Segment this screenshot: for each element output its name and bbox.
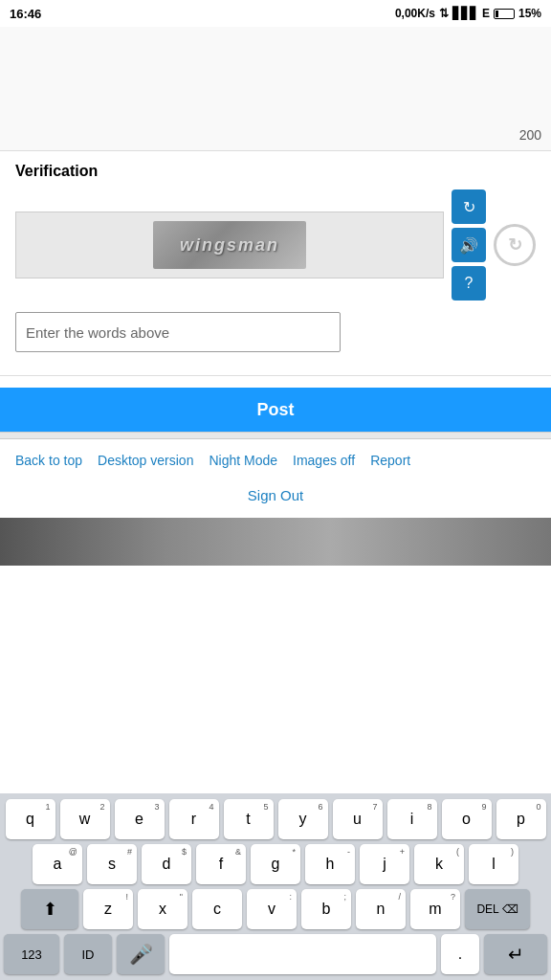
key-o[interactable]: 9o <box>442 799 492 839</box>
captcha-text: wingsman <box>180 235 279 256</box>
key-m[interactable]: ?m <box>410 889 460 929</box>
images-off-link[interactable]: Images off <box>293 453 355 468</box>
image-strip-content <box>0 518 551 566</box>
key-e[interactable]: 3e <box>115 799 165 839</box>
key-p[interactable]: 0p <box>496 799 546 839</box>
page-content-top: 200 <box>0 27 551 151</box>
key-r[interactable]: 4r <box>169 799 219 839</box>
key-g[interactable]: *g <box>251 844 300 884</box>
signal-arrows: ⇅ <box>439 7 449 20</box>
signal-bars: ▋▋▋ <box>452 7 478 20</box>
sign-out-area: Sign Out <box>0 481 551 518</box>
battery-icon <box>494 9 515 19</box>
key-a[interactable]: @a <box>33 844 82 884</box>
key-q[interactable]: 1q <box>6 799 55 839</box>
numbers-key[interactable]: 123 <box>4 934 59 974</box>
captcha-row: wingsman ↻ 🔊 ? ↻ <box>15 189 536 301</box>
back-to-top-link[interactable]: Back to top <box>15 453 82 468</box>
report-link[interactable]: Report <box>370 453 410 468</box>
keyboard: 1q 2w 3e 4r 5t 6y 7u 8i 9o 0p @a #s $d &… <box>0 793 551 980</box>
enter-key[interactable]: ↵ <box>484 934 547 974</box>
desktop-version-link[interactable]: Desktop version <box>98 453 193 468</box>
post-button[interactable]: Post <box>0 388 551 432</box>
network-type: E <box>482 7 490 20</box>
key-y[interactable]: 6y <box>278 799 328 839</box>
verification-title: Verification <box>15 163 536 180</box>
battery-percent: 15% <box>518 7 541 20</box>
status-bar: 16:46 0,00K/s ⇅ ▋▋▋ E 15% <box>0 0 551 27</box>
key-h[interactable]: -h <box>305 844 355 884</box>
key-f[interactable]: &f <box>196 844 246 884</box>
captcha-action-buttons: ↻ 🔊 ? <box>452 189 486 301</box>
key-z[interactable]: !z <box>83 889 133 929</box>
captcha-image-box: wingsman <box>15 212 444 278</box>
key-s[interactable]: #s <box>87 844 137 884</box>
footer-links: Back to top Desktop version Night Mode I… <box>0 439 551 481</box>
key-n[interactable]: /n <box>356 889 406 929</box>
keyboard-row-2: @a #s $d &f *g -h +j (k )l <box>4 844 547 884</box>
key-t[interactable]: 5t <box>224 799 274 839</box>
id-key[interactable]: ID <box>64 934 112 974</box>
keyboard-row-3: ⬆ !z "x c :v ;b /n ?m DEL ⌫ <box>4 889 547 929</box>
key-u[interactable]: 7u <box>333 799 383 839</box>
sign-out-link[interactable]: Sign Out <box>248 487 303 503</box>
key-i[interactable]: 8i <box>387 799 437 839</box>
key-x[interactable]: "x <box>138 889 187 929</box>
time: 16:46 <box>10 7 41 21</box>
key-w[interactable]: 2w <box>60 799 110 839</box>
key-l[interactable]: )l <box>469 844 518 884</box>
image-strip <box>0 518 551 566</box>
captcha-reload-circle[interactable]: ↻ <box>494 224 536 266</box>
captcha-help-button[interactable]: ? <box>452 266 486 301</box>
delete-key[interactable]: DEL ⌫ <box>465 889 530 929</box>
key-b[interactable]: ;b <box>301 889 351 929</box>
keyboard-row-4: 123 ID 🎤 . ↵ <box>4 934 547 974</box>
space-key[interactable] <box>169 934 436 974</box>
key-v[interactable]: :v <box>247 889 297 929</box>
keyboard-row-1: 1q 2w 3e 4r 5t 6y 7u 8i 9o 0p <box>4 799 547 839</box>
network-speed: 0,00K/s <box>395 7 435 20</box>
captcha-input[interactable] <box>15 312 341 352</box>
section-separator <box>0 432 551 439</box>
key-j[interactable]: +j <box>360 844 409 884</box>
divider-1 <box>0 375 551 376</box>
verification-section: Verification wingsman ↻ 🔊 ? ↻ <box>0 151 551 364</box>
captcha-refresh-button[interactable]: ↻ <box>452 189 486 224</box>
period-key[interactable]: . <box>441 934 479 974</box>
page-number: 200 <box>519 127 541 143</box>
microphone-key[interactable]: 🎤 <box>117 934 165 974</box>
captcha-audio-button[interactable]: 🔊 <box>452 228 486 262</box>
captcha-image: wingsman <box>153 221 306 269</box>
key-k[interactable]: (k <box>414 844 464 884</box>
night-mode-link[interactable]: Night Mode <box>209 453 277 468</box>
key-c[interactable]: c <box>192 889 242 929</box>
key-d[interactable]: $d <box>142 844 191 884</box>
shift-key[interactable]: ⬆ <box>21 889 78 929</box>
status-indicators: 0,00K/s ⇅ ▋▋▋ E 15% <box>395 7 541 20</box>
